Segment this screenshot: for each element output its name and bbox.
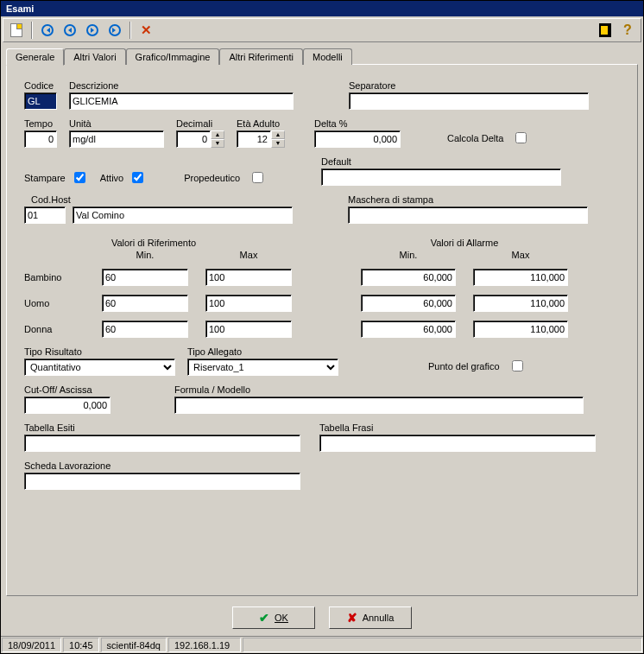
nav-prev-button[interactable] bbox=[60, 21, 79, 40]
label-min-rif: Min. bbox=[102, 250, 188, 260]
unita-field[interactable] bbox=[69, 130, 164, 148]
tipo-risultato-select[interactable]: Quantitativo bbox=[24, 359, 175, 376]
donna-rif-min[interactable] bbox=[102, 321, 188, 338]
label-scheda-lav: Scheda Lavorazione bbox=[24, 460, 300, 471]
nav-first-button[interactable] bbox=[38, 21, 57, 40]
document-icon bbox=[10, 23, 22, 37]
stampare-checkbox[interactable] bbox=[74, 172, 85, 183]
maschera-field[interactable] bbox=[348, 206, 588, 224]
tabella-esiti-field[interactable] bbox=[24, 435, 300, 452]
tipo-allegato-select[interactable]: Riservato_1 bbox=[187, 359, 338, 376]
uomo-rif-max[interactable] bbox=[205, 295, 292, 312]
tab-panel-generale: Codice Descrizione Separatore Tempo Unit… bbox=[6, 64, 638, 596]
next-icon bbox=[86, 24, 98, 36]
separatore-field[interactable] bbox=[349, 92, 589, 110]
help-button[interactable]: ? bbox=[618, 21, 637, 40]
eta-down[interactable]: ▼ bbox=[271, 139, 285, 148]
label-calcola-delta: Calcola Delta bbox=[447, 133, 503, 143]
tabstrip: Generale Altri Valori Grafico/Immagine A… bbox=[6, 48, 638, 64]
label-descrizione: Descrizione bbox=[69, 80, 294, 91]
exit-button[interactable] bbox=[596, 21, 615, 40]
header-val-all: Valori di Allarme bbox=[352, 238, 577, 248]
label-formula: Formula / Modello bbox=[174, 384, 620, 395]
label-propedeutico: Propedeutico bbox=[184, 173, 240, 183]
prev-icon bbox=[64, 24, 76, 36]
tab-altri-riferimenti[interactable]: Altri Riferimenti bbox=[219, 48, 303, 65]
label-separatore: Separatore bbox=[349, 80, 589, 91]
label-tipo-allegato: Tipo Allegato bbox=[187, 346, 338, 357]
delete-button[interactable]: ✕ bbox=[136, 21, 155, 40]
bambino-rif-min[interactable] bbox=[102, 269, 188, 286]
tempo-field[interactable] bbox=[24, 130, 57, 148]
tab-modelli[interactable]: Modelli bbox=[303, 48, 352, 65]
codhost-code-field[interactable] bbox=[24, 206, 66, 224]
formula-field[interactable] bbox=[174, 397, 584, 414]
label-max-rif: Max bbox=[205, 250, 292, 260]
tab-altri-valori[interactable]: Altri Valori bbox=[64, 48, 125, 65]
label-unita: Unità bbox=[69, 118, 164, 129]
codice-field[interactable] bbox=[24, 92, 57, 110]
new-button[interactable] bbox=[7, 21, 26, 40]
default-field[interactable] bbox=[321, 168, 561, 186]
codhost-name-field[interactable] bbox=[73, 206, 293, 224]
tabella-frasi-field[interactable] bbox=[319, 435, 596, 452]
calcola-delta-checkbox[interactable] bbox=[515, 132, 527, 143]
uomo-all-max[interactable] bbox=[473, 295, 568, 312]
decimali-up[interactable]: ▲ bbox=[211, 130, 224, 139]
label-eta: Età Adulto bbox=[237, 118, 285, 129]
ok-button[interactable]: ✔ OK bbox=[232, 606, 315, 629]
status-empty bbox=[243, 638, 642, 652]
label-uomo: Uomo bbox=[24, 298, 85, 308]
uomo-all-min[interactable] bbox=[361, 295, 456, 312]
label-tab-frasi: Tabella Frasi bbox=[319, 422, 596, 433]
delta-field[interactable] bbox=[314, 130, 401, 148]
window-title: Esami bbox=[6, 3, 34, 14]
label-cutoff: Cut-Off/ Ascissa bbox=[24, 384, 110, 395]
status-date: 18/09/2011 bbox=[2, 638, 61, 652]
ok-label: OK bbox=[275, 613, 288, 623]
label-attivo: Attivo bbox=[100, 173, 124, 183]
label-tempo: Tempo bbox=[24, 118, 57, 129]
separator bbox=[129, 22, 131, 39]
header-val-rif: Valori di Riferimento bbox=[24, 238, 283, 248]
cancel-button[interactable]: ✘ Annulla bbox=[329, 606, 412, 629]
statusbar: 18/09/2011 10:45 scientif-84dq 192.168.1… bbox=[1, 636, 643, 653]
last-icon bbox=[109, 24, 121, 36]
eta-up[interactable]: ▲ bbox=[271, 130, 285, 139]
bambino-all-min[interactable] bbox=[361, 269, 456, 286]
cutoff-field[interactable] bbox=[24, 397, 110, 414]
propedeutico-checkbox[interactable] bbox=[252, 172, 263, 183]
eta-field[interactable] bbox=[237, 130, 271, 148]
descrizione-field[interactable] bbox=[69, 92, 294, 110]
nav-next-button[interactable] bbox=[83, 21, 102, 40]
cancel-label: Annulla bbox=[363, 613, 395, 623]
label-delta: Delta % bbox=[314, 118, 401, 129]
uomo-rif-min[interactable] bbox=[102, 295, 188, 312]
label-tab-esiti: Tabella Esiti bbox=[24, 422, 300, 433]
tab-grafico[interactable]: Grafico/Immagine bbox=[126, 48, 220, 65]
decimali-field[interactable] bbox=[176, 130, 211, 148]
tab-generale[interactable]: Generale bbox=[6, 48, 64, 66]
decimali-down[interactable]: ▼ bbox=[211, 139, 224, 148]
exit-icon bbox=[599, 23, 611, 37]
label-donna: Donna bbox=[24, 324, 85, 334]
help-icon: ? bbox=[623, 22, 632, 38]
x-icon: ✕ bbox=[141, 22, 152, 38]
scheda-lav-field[interactable] bbox=[24, 473, 300, 490]
x-red-icon: ✘ bbox=[347, 611, 357, 625]
donna-rif-max[interactable] bbox=[205, 321, 292, 338]
donna-all-max[interactable] bbox=[473, 321, 568, 338]
punto-grafico-checkbox[interactable] bbox=[512, 360, 523, 371]
dialog-buttons: ✔ OK ✘ Annulla bbox=[1, 600, 643, 636]
check-icon: ✔ bbox=[259, 611, 269, 625]
label-default: Default bbox=[321, 156, 561, 167]
label-min-all: Min. bbox=[361, 250, 456, 260]
nav-last-button[interactable] bbox=[105, 21, 124, 40]
bambino-rif-max[interactable] bbox=[205, 269, 292, 286]
toolbar: ✕ ? bbox=[3, 18, 641, 42]
attivo-checkbox[interactable] bbox=[132, 172, 143, 183]
label-maschera: Maschera di stampa bbox=[348, 194, 588, 205]
bambino-all-max[interactable] bbox=[473, 269, 568, 286]
donna-all-min[interactable] bbox=[361, 321, 456, 338]
first-icon bbox=[41, 24, 54, 36]
